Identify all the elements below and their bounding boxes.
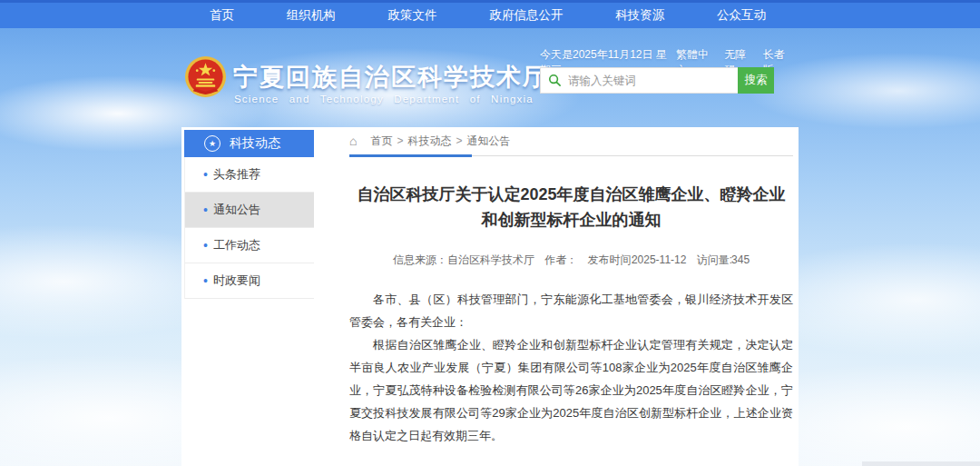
bullet-icon: • (203, 203, 208, 216)
search-box: 搜索 (540, 67, 774, 94)
site-subtitle-en: Science and Technology Department of Nin… (234, 94, 534, 104)
search-button[interactable]: 搜索 (738, 67, 774, 94)
article-paragraph: 根据自治区雏鹰企业、瞪羚企业和创新型标杆企业认定管理有关规定，决定认定半亩良人农… (349, 333, 793, 447)
breadcrumb: ⌂ 首页 > 科技动态 > 通知公告 (349, 127, 793, 154)
sidebar-title: 科技动态 (230, 135, 280, 152)
sidebar-menu: • 头条推荐 • 通知公告 • 工作动态 • 时政要闻 (184, 157, 314, 299)
site-title: 宁夏回族自治区科学技术厅 (233, 61, 549, 94)
bullet-icon: • (203, 239, 208, 252)
top-nav-bar: 首页组织机构政策文件政府信息公开科技资源公众互动 (0, 3, 980, 28)
sidebar-header: ★ 科技动态 (184, 130, 314, 157)
sidebar-item-label: 工作动态 (213, 237, 260, 253)
article-title: 自治区科技厅关于认定2025年度自治区雏鹰企业、瞪羚企业 和创新型标杆企业的通知 (349, 182, 793, 233)
meta-time-label: 发布时间: (588, 253, 634, 266)
meta-author-label: 作者： (544, 253, 577, 266)
main-column: ⌂ 首页 > 科技动态 > 通知公告 (349, 127, 793, 466)
search-input-wrap (540, 67, 738, 94)
article-body: 各市、县（区）科技管理部门，宁东能源化工基地管委会，银川经济技术开发区管委会，各… (349, 288, 793, 447)
article-title-line1: 自治区科技厅关于认定2025年度自治区雏鹰企业、瞪羚企业 (349, 182, 793, 207)
breadcrumb-link[interactable]: 科技动态 (407, 134, 451, 149)
breadcrumb-segment: > 通知公告 (451, 134, 510, 149)
meta-time-value: 2025-11-12 (632, 253, 687, 266)
article-meta: 信息来源：自治区科学技术厅 作者： 发布时间:2025-11-12 访问量:34… (349, 253, 793, 268)
article-paragraph: 各市、县（区）科技管理部门，宁东能源化工基地管委会，银川经济技术开发区管委会，各… (349, 288, 793, 333)
bullet-icon: • (203, 168, 208, 181)
sidebar-item-label: 时政要闻 (213, 273, 260, 289)
sidebar-item-label: 通知公告 (213, 202, 260, 218)
breadcrumb-link[interactable]: 通知公告 (467, 134, 511, 149)
sidebar: ★ 科技动态 • 头条推荐 • 通知公告 • 工作动态 (184, 130, 314, 299)
breadcrumb-segment: 首页 (361, 134, 392, 149)
breadcrumb-divider-accent (349, 154, 472, 157)
meta-views-label: 访问量: (697, 253, 732, 266)
breadcrumb-link[interactable]: 首页 (370, 134, 392, 149)
sidebar-item[interactable]: • 通知公告 (185, 193, 314, 228)
breadcrumb-segment: > 科技动态 (392, 134, 451, 149)
breadcrumb-separator: > (397, 134, 403, 147)
national-emblem-icon (184, 55, 227, 98)
sidebar-item[interactable]: • 时政要闻 (185, 263, 314, 299)
breadcrumb-divider (349, 154, 793, 156)
sidebar-item[interactable]: • 工作动态 (185, 228, 314, 263)
nav-item[interactable]: 科技资源 (610, 7, 670, 24)
home-icon: ⌂ (349, 134, 357, 148)
search-icon (548, 74, 562, 87)
nav-item[interactable]: 政策文件 (383, 7, 443, 24)
search-input[interactable] (568, 74, 738, 87)
article-title-line2: 和创新型标杆企业的通知 (349, 207, 793, 233)
nav-items: 首页组织机构政策文件政府信息公开科技资源公众互动 (204, 3, 771, 28)
content-panel: ★ 科技动态 • 头条推荐 • 通知公告 • 工作动态 (181, 127, 799, 466)
nav-item[interactable]: 政府信息公开 (484, 7, 568, 24)
meta-views-value: 345 (731, 253, 750, 266)
meta-source-value: 自治区科学技术厅 (447, 253, 534, 266)
nav-item[interactable]: 首页 (204, 7, 240, 24)
nav-item[interactable]: 组织机构 (281, 7, 341, 24)
breadcrumb-separator: > (456, 134, 462, 147)
sidebar-item[interactable]: • 头条推荐 (185, 157, 314, 193)
breadcrumb-items: 首页 > 科技动态 > 通知公告 (361, 134, 510, 149)
bullet-icon: • (203, 274, 208, 287)
nav-item[interactable]: 公众互动 (711, 7, 771, 24)
national-emblem-logo (184, 55, 227, 98)
meta-source-label: 信息来源： (393, 253, 447, 266)
sidebar-item-label: 头条推荐 (213, 166, 260, 183)
footer-edge (862, 461, 980, 466)
star-circle-icon: ★ (204, 135, 220, 152)
